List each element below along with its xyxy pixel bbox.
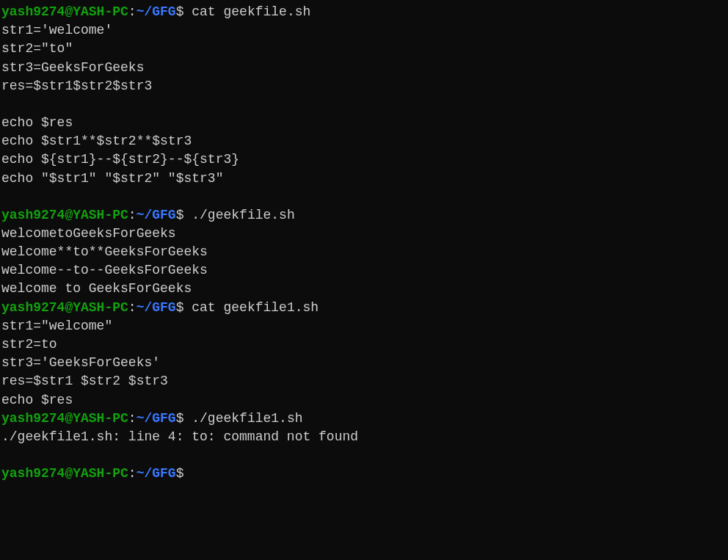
output-text: echo $res xyxy=(1,393,73,407)
prompt-path: ~/GFG xyxy=(136,411,176,426)
output-text: str1='welcome' xyxy=(1,23,112,37)
terminal-line: welcome--to--GeeksForGeeks xyxy=(1,261,727,280)
terminal-line: yash9274@YASH-PC:~/GFG$ cat geekfile.sh xyxy=(1,3,727,21)
output-text: str3=GeeksForGeeks xyxy=(1,60,144,75)
command-text: ./geekfile1.sh xyxy=(183,411,302,426)
output-text: res=$str1$str2$str3 xyxy=(1,79,152,93)
terminal-line: echo "$str1" "$str2" "$str3" xyxy=(1,170,727,188)
output-text: welcome to GeeksForGeeks xyxy=(1,281,192,296)
terminal-line: str3='GeeksForGeeks' xyxy=(1,354,727,372)
command-text: cat geekfile1.sh xyxy=(183,300,318,315)
terminal-line: str2=to xyxy=(1,335,727,354)
command-text: cat geekfile.sh xyxy=(183,4,310,19)
terminal-line: res=$str1 $str2 $str3 xyxy=(1,372,727,390)
output-text: str2="to" xyxy=(1,41,73,56)
prompt-dollar: $ xyxy=(176,4,184,19)
output-text: welcometoGeeksForGeeks xyxy=(1,226,176,241)
terminal-line: echo $str1**$str2**$str3 xyxy=(1,132,727,150)
output-text: ./geekfile1.sh: line 4: to: command not … xyxy=(1,429,358,444)
terminal-line: yash9274@YASH-PC:~/GFG$ ./geekfile.sh xyxy=(1,206,727,225)
terminal-line: echo ${str1}--${str2}--${str3} xyxy=(1,150,727,169)
terminal-line xyxy=(1,95,727,114)
output-text: echo $str1**$str2**$str3 xyxy=(1,134,192,148)
terminal-line: ./geekfile1.sh: line 4: to: command not … xyxy=(1,428,727,446)
output-text: welcome--to--GeeksForGeeks xyxy=(1,263,208,277)
terminal-line: yash9274@YASH-PC:~/GFG$ xyxy=(1,465,727,483)
prompt-user: yash9274@YASH-PC xyxy=(1,411,128,426)
terminal-line: echo $res xyxy=(1,391,727,410)
terminal-output[interactable]: yash9274@YASH-PC:~/GFG$ cat geekfile.shs… xyxy=(1,3,727,483)
prompt-user: yash9274@YASH-PC xyxy=(1,208,128,222)
prompt-path: ~/GFG xyxy=(136,466,176,481)
prompt-user: yash9274@YASH-PC xyxy=(1,300,128,315)
command-text: ./geekfile.sh xyxy=(183,208,294,222)
output-text: str2=to xyxy=(1,337,57,352)
prompt-dollar: $ xyxy=(176,466,184,481)
prompt-colon: : xyxy=(128,4,136,19)
terminal-line: yash9274@YASH-PC:~/GFG$ cat geekfile1.sh xyxy=(1,299,727,317)
terminal-line: str1='welcome' xyxy=(1,21,727,40)
output-text: echo ${str1}--${str2}--${str3} xyxy=(1,152,239,167)
prompt-dollar: $ xyxy=(176,411,184,426)
terminal-line: welcometoGeeksForGeeks xyxy=(1,225,727,243)
prompt-colon: : xyxy=(128,411,136,426)
prompt-dollar: $ xyxy=(176,208,184,222)
prompt-user: yash9274@YASH-PC xyxy=(1,466,128,481)
terminal-line xyxy=(1,188,727,206)
output-text: welcome**to**GeeksForGeeks xyxy=(1,244,208,259)
terminal-line: echo $res xyxy=(1,114,727,132)
prompt-colon: : xyxy=(128,208,136,222)
prompt-path: ~/GFG xyxy=(136,300,176,315)
output-text: str3='GeeksForGeeks' xyxy=(1,355,160,370)
terminal-line: welcome to GeeksForGeeks xyxy=(1,280,727,298)
prompt-user: yash9274@YASH-PC xyxy=(1,4,128,19)
output-text: str1="welcome" xyxy=(1,319,112,333)
prompt-colon: : xyxy=(128,466,136,481)
terminal-line: str3=GeeksForGeeks xyxy=(1,59,727,77)
output-text: res=$str1 $str2 $str3 xyxy=(1,374,168,388)
terminal-line: str2="to" xyxy=(1,40,727,58)
terminal-line: yash9274@YASH-PC:~/GFG$ ./geekfile1.sh xyxy=(1,410,727,428)
prompt-path: ~/GFG xyxy=(136,4,176,19)
prompt-dollar: $ xyxy=(176,300,184,315)
output-text: echo "$str1" "$str2" "$str3" xyxy=(1,171,223,186)
terminal-line: str1="welcome" xyxy=(1,317,727,335)
prompt-path: ~/GFG xyxy=(136,208,176,222)
terminal-line xyxy=(1,446,727,465)
prompt-colon: : xyxy=(128,300,136,315)
output-text: echo $res xyxy=(1,115,73,130)
terminal-line: welcome**to**GeeksForGeeks xyxy=(1,243,727,261)
terminal-line: res=$str1$str2$str3 xyxy=(1,77,727,95)
